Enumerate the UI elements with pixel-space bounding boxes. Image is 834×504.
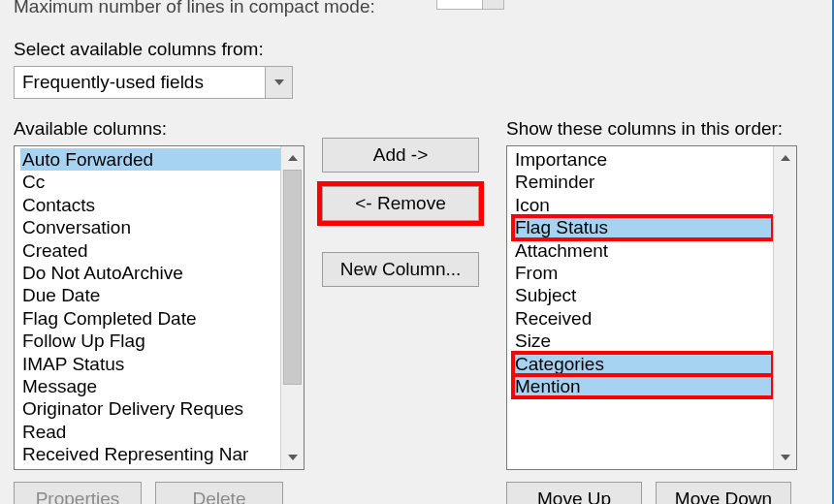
- available-columns-label: Available columns:: [14, 118, 305, 140]
- list-item[interactable]: Due Date: [20, 284, 280, 306]
- shown-scrollbar[interactable]: [773, 146, 796, 469]
- move-up-button[interactable]: Move Up: [506, 482, 642, 504]
- list-item[interactable]: Cc: [20, 171, 280, 193]
- scroll-up-icon[interactable]: [281, 146, 304, 170]
- list-item[interactable]: Read: [20, 421, 280, 443]
- list-item[interactable]: Icon: [513, 194, 773, 216]
- list-item[interactable]: Attachment: [513, 239, 773, 262]
- remove-button[interactable]: <- Remove: [322, 186, 479, 221]
- available-columns-list[interactable]: Auto ForwardedCcContactsConversationCrea…: [14, 145, 305, 470]
- list-item[interactable]: Created: [20, 239, 280, 262]
- scroll-down-icon[interactable]: [281, 446, 304, 469]
- list-item[interactable]: Reminder: [513, 171, 773, 193]
- list-item[interactable]: Subject: [513, 284, 773, 306]
- add-button[interactable]: Add ->: [322, 138, 479, 173]
- chevron-down-icon: [265, 67, 292, 98]
- list-item[interactable]: Size: [513, 330, 773, 352]
- list-item[interactable]: From: [513, 262, 773, 284]
- scroll-down-icon[interactable]: [774, 446, 796, 469]
- list-item[interactable]: Contacts: [20, 194, 280, 216]
- list-item[interactable]: Received Representing Nar: [20, 443, 280, 465]
- list-item[interactable]: IMAP Status: [20, 353, 280, 375]
- list-item[interactable]: Follow Up Flag: [20, 330, 280, 352]
- column-source-value: Frequently-used fields: [15, 67, 265, 98]
- delete-button[interactable]: Delete: [155, 482, 283, 504]
- new-column-button[interactable]: New Column...: [322, 252, 479, 287]
- list-item[interactable]: Originator Delivery Reques: [20, 397, 280, 420]
- properties-button[interactable]: Properties: [14, 482, 142, 504]
- list-item[interactable]: Mention: [513, 375, 773, 397]
- compact-lines-spinner[interactable]: [436, 0, 504, 10]
- column-source-combo[interactable]: Frequently-used fields: [14, 66, 293, 99]
- shown-columns-label: Show these columns in this order:: [506, 118, 797, 140]
- scroll-up-icon[interactable]: [774, 146, 796, 170]
- shown-columns-list[interactable]: ImportanceReminderIconFlag StatusAttachm…: [506, 145, 797, 470]
- list-item[interactable]: Do Not AutoArchive: [20, 262, 280, 284]
- list-item[interactable]: Message: [20, 375, 280, 397]
- list-item[interactable]: Received: [513, 307, 773, 330]
- list-item[interactable]: Importance: [513, 148, 773, 171]
- list-item[interactable]: Auto Forwarded: [20, 148, 280, 171]
- available-scrollbar[interactable]: [280, 146, 304, 469]
- select-columns-from-label: Select available columns from:: [14, 39, 818, 60]
- list-item[interactable]: Conversation: [20, 216, 280, 238]
- compact-lines-label-cut: Maximum number of lines in compact mode:: [14, 0, 818, 17]
- list-item[interactable]: Flag Completed Date: [20, 307, 280, 330]
- move-down-button[interactable]: Move Down: [656, 482, 791, 504]
- list-item[interactable]: Flag Status: [513, 216, 773, 238]
- list-item[interactable]: Categories: [513, 353, 773, 375]
